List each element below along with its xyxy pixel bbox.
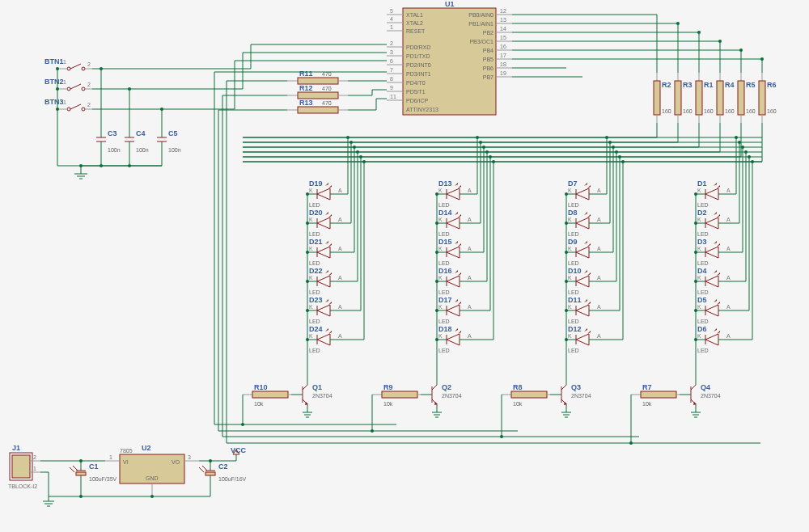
- svg-text:K: K: [568, 246, 572, 251]
- svg-text:A: A: [468, 275, 472, 281]
- svg-text:100uF/35V: 100uF/35V: [89, 476, 117, 482]
- svg-point-266: [435, 309, 438, 312]
- svg-text:D13: D13: [438, 179, 452, 188]
- led-d19: D19KALED: [307, 179, 343, 208]
- svg-point-375: [694, 338, 697, 341]
- svg-text:A: A: [338, 333, 342, 339]
- svg-point-74: [67, 108, 70, 111]
- svg-text:D9: D9: [568, 238, 578, 246]
- svg-point-103: [56, 108, 59, 111]
- svg-point-319: [565, 280, 568, 283]
- svg-text:PB3/OC1: PB3/OC1: [469, 39, 493, 44]
- svg-text:A: A: [597, 333, 601, 339]
- svg-text:K: K: [697, 246, 701, 251]
- svg-text:PB2: PB2: [483, 30, 493, 36]
- svg-text:LED: LED: [438, 202, 450, 208]
- svg-rect-126: [654, 81, 660, 115]
- svg-point-371: [694, 222, 697, 225]
- svg-text:A: A: [468, 333, 472, 339]
- svg-text:Q2: Q2: [442, 383, 451, 391]
- svg-text:A: A: [468, 217, 472, 222]
- svg-point-122: [100, 67, 103, 70]
- svg-text:A: A: [726, 304, 731, 310]
- svg-text:K: K: [438, 333, 443, 339]
- svg-text:4: 4: [390, 16, 393, 22]
- svg-text:LED: LED: [568, 289, 579, 295]
- svg-text:2: 2: [33, 454, 36, 460]
- transistor-q4: Q42N3704: [680, 377, 721, 417]
- res-r6: R6160: [759, 73, 777, 123]
- svg-text:D20: D20: [309, 209, 323, 217]
- svg-text:C4: C4: [136, 129, 146, 137]
- svg-point-158: [739, 49, 743, 52]
- svg-text:BTN2: BTN2: [44, 78, 64, 86]
- svg-text:Q3: Q3: [571, 383, 581, 391]
- svg-text:PD6/ICP: PD6/ICP: [406, 98, 429, 103]
- svg-text:A: A: [597, 275, 601, 281]
- svg-text:D14: D14: [438, 209, 452, 217]
- u1-val: ATTINY2313: [406, 107, 438, 112]
- svg-text:D3: D3: [697, 238, 707, 246]
- svg-text:R6: R6: [767, 81, 777, 89]
- svg-text:PD5/T1: PD5/T1: [406, 89, 426, 95]
- svg-text:6: 6: [390, 58, 393, 64]
- svg-text:LED: LED: [309, 231, 320, 237]
- svg-text:VO: VO: [172, 459, 180, 465]
- svg-text:LED: LED: [309, 289, 320, 295]
- svg-text:D5: D5: [697, 296, 707, 304]
- led-d8: D8KALED: [566, 209, 602, 237]
- svg-text:K: K: [568, 333, 572, 339]
- svg-text:A: A: [597, 304, 601, 310]
- svg-rect-146: [738, 81, 744, 115]
- svg-text:1: 1: [63, 59, 66, 65]
- svg-point-102: [56, 87, 59, 91]
- svg-point-320: [565, 309, 568, 312]
- svg-point-104: [79, 164, 83, 167]
- svg-text:D11: D11: [568, 296, 582, 304]
- svg-text:Q4: Q4: [701, 383, 710, 391]
- svg-text:D1: D1: [697, 179, 707, 188]
- svg-text:2N3704: 2N3704: [701, 393, 721, 399]
- svg-text:A: A: [726, 333, 731, 339]
- c1-cap: C1 100uF/35V: [70, 461, 117, 485]
- svg-text:15: 15: [500, 35, 506, 40]
- svg-text:LED: LED: [568, 231, 579, 237]
- svg-text:BTN3: BTN3: [44, 98, 64, 106]
- svg-text:A: A: [338, 304, 342, 310]
- svg-text:LED: LED: [309, 202, 320, 208]
- svg-point-210: [306, 251, 309, 254]
- svg-line-389: [432, 385, 437, 390]
- svg-rect-131: [675, 81, 681, 115]
- svg-text:LED: LED: [309, 348, 320, 353]
- svg-point-157: [718, 40, 722, 43]
- svg-text:D8: D8: [568, 209, 578, 217]
- svg-text:2: 2: [87, 61, 91, 67]
- led-d16: D16KALED: [437, 267, 472, 295]
- svg-text:R5: R5: [746, 81, 756, 89]
- svg-rect-465: [76, 472, 86, 475]
- svg-text:D21: D21: [309, 238, 323, 246]
- res-r5: R5160: [738, 73, 756, 123]
- svg-text:K: K: [438, 304, 443, 310]
- transistor-q2: Q22N3704: [421, 377, 462, 417]
- svg-text:R2: R2: [662, 81, 671, 89]
- svg-point-471: [79, 459, 83, 462]
- led-d14: D14KALED: [437, 209, 472, 237]
- svg-text:160: 160: [725, 108, 735, 114]
- svg-text:470: 470: [322, 86, 332, 91]
- cap-c4: C4100n: [125, 125, 149, 166]
- c2-cap: C2 100uF/16V: [199, 461, 247, 485]
- led-d21: D21KALED: [307, 238, 343, 266]
- svg-rect-421: [252, 391, 288, 398]
- svg-text:A: A: [726, 217, 731, 222]
- svg-text:2: 2: [87, 82, 91, 87]
- svg-text:LED: LED: [568, 260, 579, 266]
- svg-text:R13: R13: [299, 99, 313, 107]
- led-d4: D4KALED: [696, 267, 731, 295]
- svg-text:1: 1: [33, 466, 36, 471]
- svg-text:10k: 10k: [513, 401, 523, 407]
- svg-text:9: 9: [390, 85, 393, 91]
- svg-text:C2: C2: [218, 462, 228, 471]
- svg-text:A: A: [468, 304, 472, 310]
- u1-mcu: U1 ATTINY2313 5XTAL14XTAL21RESET2PD0/RXD…: [387, 0, 512, 115]
